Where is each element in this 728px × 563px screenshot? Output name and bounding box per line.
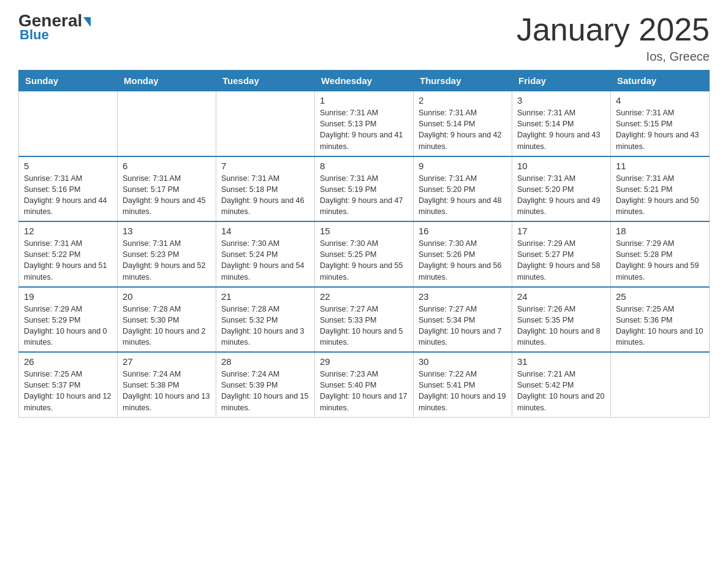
day-info: Sunrise: 7:31 AMSunset: 5:20 PMDaylight:…	[419, 173, 507, 218]
day-cell: 22Sunrise: 7:27 AMSunset: 5:33 PMDayligh…	[315, 287, 414, 353]
day-cell: 31Sunrise: 7:21 AMSunset: 5:42 PMDayligh…	[512, 352, 611, 417]
logo: General Blue	[18, 12, 91, 43]
week-row-4: 19Sunrise: 7:29 AMSunset: 5:29 PMDayligh…	[19, 287, 710, 353]
day-cell: 5Sunrise: 7:31 AMSunset: 5:16 PMDaylight…	[19, 156, 118, 222]
day-cell: 25Sunrise: 7:25 AMSunset: 5:36 PMDayligh…	[611, 287, 710, 353]
calendar-table: SundayMondayTuesdayWednesdayThursdayFrid…	[18, 70, 710, 418]
day-cell: 16Sunrise: 7:30 AMSunset: 5:26 PMDayligh…	[414, 221, 512, 287]
day-info: Sunrise: 7:21 AMSunset: 5:42 PMDaylight:…	[517, 369, 605, 413]
week-row-2: 5Sunrise: 7:31 AMSunset: 5:16 PMDaylight…	[19, 156, 710, 222]
day-cell: 2Sunrise: 7:31 AMSunset: 5:14 PMDaylight…	[414, 91, 512, 156]
day-info: Sunrise: 7:31 AMSunset: 5:20 PMDaylight:…	[517, 173, 605, 218]
day-cell: 13Sunrise: 7:31 AMSunset: 5:23 PMDayligh…	[118, 221, 216, 287]
header-wednesday: Wednesday	[315, 71, 414, 91]
day-cell: 29Sunrise: 7:23 AMSunset: 5:40 PMDayligh…	[315, 352, 414, 417]
day-info: Sunrise: 7:27 AMSunset: 5:33 PMDaylight:…	[320, 304, 408, 348]
day-info: Sunrise: 7:24 AMSunset: 5:39 PMDaylight:…	[221, 369, 309, 413]
day-number: 15	[320, 226, 408, 236]
day-info: Sunrise: 7:24 AMSunset: 5:38 PMDaylight:…	[123, 369, 211, 413]
day-cell: 17Sunrise: 7:29 AMSunset: 5:27 PMDayligh…	[512, 221, 611, 287]
day-info: Sunrise: 7:22 AMSunset: 5:41 PMDaylight:…	[419, 369, 507, 413]
day-number: 21	[221, 291, 309, 302]
day-cell: 9Sunrise: 7:31 AMSunset: 5:20 PMDaylight…	[414, 156, 512, 222]
header-sunday: Sunday	[19, 71, 118, 91]
day-number: 18	[616, 226, 704, 236]
day-number: 28	[221, 356, 309, 367]
day-info: Sunrise: 7:30 AMSunset: 5:25 PMDaylight:…	[320, 238, 408, 283]
day-cell: 4Sunrise: 7:31 AMSunset: 5:15 PMDaylight…	[611, 91, 710, 156]
day-cell: 6Sunrise: 7:31 AMSunset: 5:17 PMDaylight…	[118, 156, 216, 222]
day-info: Sunrise: 7:29 AMSunset: 5:29 PMDaylight:…	[24, 304, 112, 348]
header-tuesday: Tuesday	[216, 71, 315, 91]
day-info: Sunrise: 7:31 AMSunset: 5:23 PMDaylight:…	[123, 238, 211, 283]
day-number: 10	[517, 161, 605, 171]
day-info: Sunrise: 7:30 AMSunset: 5:24 PMDaylight:…	[221, 238, 309, 283]
week-row-1: 1Sunrise: 7:31 AMSunset: 5:13 PMDaylight…	[19, 91, 710, 156]
day-cell: 18Sunrise: 7:29 AMSunset: 5:28 PMDayligh…	[611, 221, 710, 287]
calendar-header: SundayMondayTuesdayWednesdayThursdayFrid…	[19, 71, 710, 91]
day-cell: 1Sunrise: 7:31 AMSunset: 5:13 PMDaylight…	[315, 91, 414, 156]
day-number: 2	[419, 95, 507, 105]
day-cell: 3Sunrise: 7:31 AMSunset: 5:14 PMDaylight…	[512, 91, 611, 156]
day-cell: 24Sunrise: 7:26 AMSunset: 5:35 PMDayligh…	[512, 287, 611, 353]
day-info: Sunrise: 7:29 AMSunset: 5:27 PMDaylight:…	[517, 238, 605, 283]
day-info: Sunrise: 7:31 AMSunset: 5:15 PMDaylight:…	[616, 107, 704, 152]
header-row: SundayMondayTuesdayWednesdayThursdayFrid…	[19, 71, 710, 91]
week-row-3: 12Sunrise: 7:31 AMSunset: 5:22 PMDayligh…	[19, 221, 710, 287]
day-info: Sunrise: 7:31 AMSunset: 5:21 PMDaylight:…	[616, 173, 704, 218]
header-monday: Monday	[118, 71, 216, 91]
day-info: Sunrise: 7:31 AMSunset: 5:22 PMDaylight:…	[24, 238, 112, 283]
calendar-body: 1Sunrise: 7:31 AMSunset: 5:13 PMDaylight…	[19, 91, 710, 418]
day-cell	[118, 91, 216, 156]
day-number: 22	[320, 291, 408, 302]
day-number: 3	[517, 95, 605, 105]
day-cell: 14Sunrise: 7:30 AMSunset: 5:24 PMDayligh…	[216, 221, 315, 287]
day-number: 31	[517, 356, 605, 367]
calendar-title: January 2025	[517, 12, 710, 47]
day-number: 7	[221, 161, 309, 171]
day-number: 29	[320, 356, 408, 367]
day-info: Sunrise: 7:25 AMSunset: 5:36 PMDaylight:…	[616, 304, 704, 348]
day-number: 8	[320, 161, 408, 171]
page-header: General Blue January 2025 Ios, Greece	[18, 12, 710, 64]
day-number: 24	[517, 291, 605, 302]
calendar-subtitle: Ios, Greece	[517, 50, 710, 64]
week-row-5: 26Sunrise: 7:25 AMSunset: 5:37 PMDayligh…	[19, 352, 710, 417]
day-number: 12	[24, 226, 112, 236]
day-cell: 19Sunrise: 7:29 AMSunset: 5:29 PMDayligh…	[19, 287, 118, 353]
day-number: 25	[616, 291, 704, 302]
day-cell	[611, 352, 710, 417]
day-cell: 8Sunrise: 7:31 AMSunset: 5:19 PMDaylight…	[315, 156, 414, 222]
day-info: Sunrise: 7:30 AMSunset: 5:26 PMDaylight:…	[419, 238, 507, 283]
day-info: Sunrise: 7:26 AMSunset: 5:35 PMDaylight:…	[517, 304, 605, 348]
day-info: Sunrise: 7:23 AMSunset: 5:40 PMDaylight:…	[320, 369, 408, 413]
day-info: Sunrise: 7:29 AMSunset: 5:28 PMDaylight:…	[616, 238, 704, 283]
day-cell: 21Sunrise: 7:28 AMSunset: 5:32 PMDayligh…	[216, 287, 315, 353]
day-info: Sunrise: 7:31 AMSunset: 5:14 PMDaylight:…	[419, 107, 507, 152]
day-cell	[19, 91, 118, 156]
day-cell: 28Sunrise: 7:24 AMSunset: 5:39 PMDayligh…	[216, 352, 315, 417]
day-number: 4	[616, 95, 704, 105]
header-friday: Friday	[512, 71, 611, 91]
day-number: 26	[24, 356, 112, 367]
day-info: Sunrise: 7:31 AMSunset: 5:19 PMDaylight:…	[320, 173, 408, 218]
day-number: 16	[419, 226, 507, 236]
day-number: 13	[123, 226, 211, 236]
day-cell: 23Sunrise: 7:27 AMSunset: 5:34 PMDayligh…	[414, 287, 512, 353]
day-cell: 20Sunrise: 7:28 AMSunset: 5:30 PMDayligh…	[118, 287, 216, 353]
day-info: Sunrise: 7:28 AMSunset: 5:32 PMDaylight:…	[221, 304, 309, 348]
day-number: 6	[123, 161, 211, 171]
day-number: 5	[24, 161, 112, 171]
day-cell: 27Sunrise: 7:24 AMSunset: 5:38 PMDayligh…	[118, 352, 216, 417]
day-cell: 26Sunrise: 7:25 AMSunset: 5:37 PMDayligh…	[19, 352, 118, 417]
day-number: 14	[221, 226, 309, 236]
day-info: Sunrise: 7:31 AMSunset: 5:13 PMDaylight:…	[320, 107, 408, 152]
day-info: Sunrise: 7:25 AMSunset: 5:37 PMDaylight:…	[24, 369, 112, 413]
day-number: 23	[419, 291, 507, 302]
day-number: 27	[123, 356, 211, 367]
header-thursday: Thursday	[414, 71, 512, 91]
day-cell: 12Sunrise: 7:31 AMSunset: 5:22 PMDayligh…	[19, 221, 118, 287]
day-info: Sunrise: 7:31 AMSunset: 5:14 PMDaylight:…	[517, 107, 605, 152]
day-info: Sunrise: 7:31 AMSunset: 5:16 PMDaylight:…	[24, 173, 112, 218]
day-cell: 30Sunrise: 7:22 AMSunset: 5:41 PMDayligh…	[414, 352, 512, 417]
